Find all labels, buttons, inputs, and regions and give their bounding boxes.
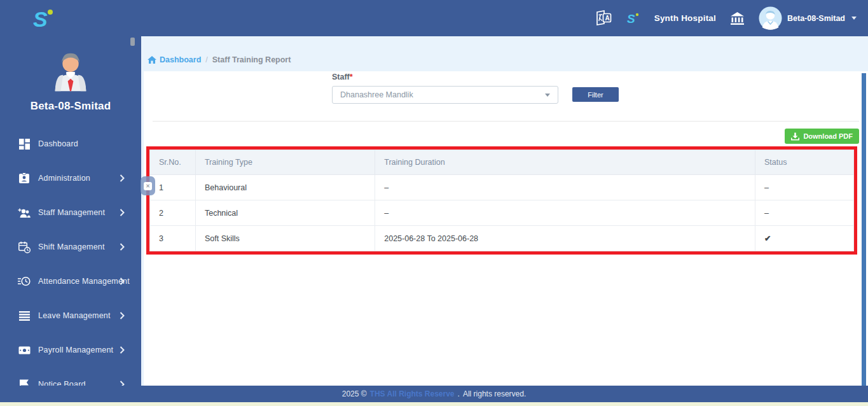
report-card: Staff* Dhanashree Mandlik Filter Downloa… [144,71,868,387]
cell-training-type: Technical [195,200,375,226]
download-pdf-button[interactable]: Download PDF [785,129,859,144]
download-icon [791,132,799,141]
sidebar-scrollbar-thumb[interactable] [130,38,135,46]
training-report-table-container: Sr.No. Training Type Training Duration S… [146,146,857,255]
sidebar-item-label: Staff Management [38,208,105,217]
sidebar-profile: Beta-08-Smitad [0,36,141,113]
staff-select[interactable]: Dhanashree Mandlik [332,86,558,104]
header-sr-no: Sr.No. [150,150,196,175]
select-caret-icon [545,94,550,97]
sidebar-menu: Dashboard Administration [0,127,141,402]
header-training-duration: Training Duration [375,150,755,175]
required-asterisk: * [350,73,353,81]
cell-status: – [755,175,854,200]
sidebar: Beta-08-Smitad Dashboard [0,36,141,402]
calendar-clock-icon [18,241,31,253]
sidebar-item-payroll-management[interactable]: Payroll Management [0,333,141,367]
training-report-table: Sr.No. Training Type Training Duration S… [149,150,854,251]
staff-select-value: Dhanashree Mandlik [340,90,545,99]
cell-training-duration: – [375,175,755,200]
cell-status-check: ✔ [755,226,854,251]
breadcrumb: Dashboard / Staff Training Report [148,55,291,64]
brand-s-icon: S [29,5,57,32]
floating-extension-widget[interactable]: ✕ [141,176,155,195]
sidebar-item-dashboard[interactable]: Dashboard [0,127,141,161]
table-row: 1 Behavioural – – [150,175,854,200]
cell-training-type: Soft Skills [195,226,375,251]
chevron-right-icon [120,243,125,251]
profile-avatar [46,45,95,95]
cell-status: – [755,200,854,226]
navbar-right-cluster: A S Synth Hospital [595,0,857,36]
sidebar-item-shift-management[interactable]: Shift Management [0,230,141,264]
profile-name: Beta-08-Smitad [0,100,141,113]
home-icon [148,56,156,64]
header-training-type: Training Type [195,150,375,175]
hospital-name: Synth Hospital [654,13,716,23]
chevron-right-icon [120,174,125,182]
cell-sr-no: 1 [150,175,196,200]
user-menu[interactable]: Beta-08-Smitad [759,6,857,30]
header-status: Status [755,150,854,175]
user-name: Beta-08-Smitad [787,14,845,23]
sidebar-item-label: Dashboard [38,139,78,148]
footer-rights: All rights reserved. [463,389,526,398]
brand-s-small-icon: S [626,11,640,26]
table-row: 2 Technical – – [150,200,854,226]
grid-icon [18,137,31,150]
cell-sr-no: 3 [150,226,196,251]
cell-training-type: Behavioural [195,175,375,200]
sidebar-item-label: Administration [38,174,90,183]
sidebar-item-label: Attendance Management [38,277,130,286]
chevron-right-icon [120,346,125,354]
sidebar-item-leave-management[interactable]: Leave Management [0,298,141,333]
institution-icon[interactable] [730,11,745,25]
sidebar-item-attendance-management[interactable]: Attendance Management [0,264,141,298]
main-content: Dashboard / Staff Training Report Staff*… [141,36,868,387]
footer-dot: . [458,389,460,398]
breadcrumb-dashboard-link[interactable]: Dashboard [148,55,201,64]
breadcrumb-current: Staff Training Report [212,55,291,64]
app-window: S A S Synth Hospit [0,0,868,406]
sidebar-item-label: Payroll Management [38,346,113,354]
user-plus-icon [18,206,31,219]
sidebar-item-label: Shift Management [38,242,105,251]
cell-sr-no: 2 [150,200,196,226]
sidebar-item-staff-management[interactable]: Staff Management [0,195,141,230]
content-scrollbar[interactable] [862,73,866,387]
chevron-down-icon [851,17,857,20]
staff-field-label: Staff* [332,73,353,81]
banknote-icon [18,344,31,356]
user-avatar [759,6,782,30]
clock-lines-icon [18,275,31,288]
translate-icon[interactable]: A [595,10,612,27]
chevron-right-icon [120,312,125,319]
sidebar-item-administration[interactable]: Administration [0,161,141,195]
brand-logo[interactable]: S [29,5,57,32]
cell-training-duration: – [375,200,755,226]
floating-widget-icon: ✕ [144,182,152,190]
chevron-right-icon [120,277,125,285]
footer: 2025 © THS All Rights Reserve . All righ… [0,386,868,402]
list-icon [18,309,31,322]
cell-training-duration: 2025-06-28 To 2025-06-28 [375,226,755,251]
footer-year: 2025 © [342,389,367,398]
svg-text:S: S [33,7,48,31]
footer-link[interactable]: THS All Rights Reserve [370,389,455,398]
svg-text:A: A [605,14,609,21]
sidebar-item-label: Leave Management [38,311,111,320]
top-navbar: S A S Synth Hospit [0,0,868,36]
svg-text:S: S [627,12,635,25]
filter-button[interactable]: Filter [572,87,619,102]
section-divider [153,121,859,122]
table-header-row: Sr.No. Training Type Training Duration S… [150,150,854,175]
window-bottom-edge [0,402,868,406]
table-row: 3 Soft Skills 2025-06-28 To 2025-06-28 ✔ [150,226,854,251]
breadcrumb-separator: / [205,55,207,64]
id-card-icon [18,172,31,185]
chevron-right-icon [120,209,125,216]
